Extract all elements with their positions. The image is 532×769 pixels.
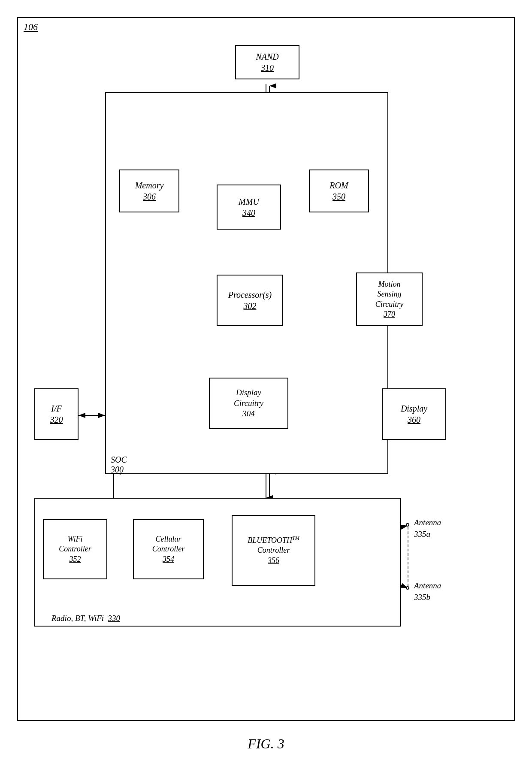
if-num: 320	[50, 414, 63, 425]
motion-box: MotionSensingCircuitry 370	[356, 272, 423, 326]
display-box: Display 360	[382, 388, 446, 440]
antenna-a-text: Antenna	[414, 518, 441, 527]
display-circ-box: DisplayCircuitry 304	[209, 378, 288, 429]
nand-box: NAND 310	[235, 45, 299, 79]
antenna-a-num: 335a	[414, 530, 430, 539]
mmu-num: 340	[242, 207, 255, 218]
wifi-box: WiFiController 352	[43, 519, 107, 579]
antenna-b-num: 335b	[414, 593, 430, 602]
antenna-b-text: Antenna	[414, 581, 441, 590]
bluetooth-num: 356	[268, 556, 279, 566]
cellular-label: CellularController	[152, 534, 184, 554]
soc-label: SOC 300	[111, 455, 127, 475]
antenna-a-dot	[406, 523, 409, 527]
antenna-b-label: Antenna 335b	[414, 580, 441, 603]
radio-label-text: Radio, BT, WiFi	[51, 614, 108, 623]
processor-box: Processor(s) 302	[217, 275, 283, 326]
radio-label: Radio, BT, WiFi 330	[51, 614, 120, 623]
page: 106	[0, 0, 532, 769]
display-circ-label: DisplayCircuitry	[234, 388, 263, 409]
rom-label: ROM	[329, 180, 348, 191]
memory-label: Memory	[135, 180, 164, 191]
bluetooth-label: BLUETOOTHTMController	[248, 535, 299, 556]
display-circ-num: 304	[242, 409, 255, 419]
mmu-label: MMU	[239, 196, 259, 207]
processor-num: 302	[244, 300, 257, 312]
antenna-dashed-line	[408, 527, 408, 586]
display-label: Display	[401, 403, 427, 414]
radio-num: 330	[108, 614, 121, 623]
if-box: I/F 320	[34, 388, 79, 440]
rom-num: 350	[332, 191, 345, 202]
wifi-label: WiFiController	[59, 534, 91, 554]
nand-label: NAND	[256, 51, 278, 62]
bluetooth-box: BLUETOOTHTMController 356	[232, 515, 315, 586]
antenna-a-label: Antenna 335a	[414, 517, 441, 540]
motion-num: 370	[384, 309, 395, 319]
cellular-box: CellularController 354	[133, 519, 204, 579]
mmu-box: MMU 340	[217, 185, 281, 230]
cellular-num: 354	[163, 554, 174, 564]
display-num: 360	[408, 414, 420, 425]
memory-num: 306	[143, 191, 156, 202]
antenna-b-dot	[406, 586, 409, 590]
wifi-num: 352	[70, 554, 81, 564]
soc-num: 300	[111, 465, 124, 474]
processor-label: Processor(s)	[228, 289, 272, 300]
soc-text: SOC	[111, 455, 127, 464]
nand-num: 310	[261, 62, 274, 73]
if-label: I/F	[51, 403, 61, 414]
memory-box: Memory 306	[119, 170, 179, 212]
fig-label: FIG. 3	[248, 736, 284, 752]
diagram-number: 106	[24, 21, 38, 33]
motion-label: MotionSensingCircuitry	[375, 279, 403, 309]
rom-box: ROM 350	[309, 170, 369, 212]
